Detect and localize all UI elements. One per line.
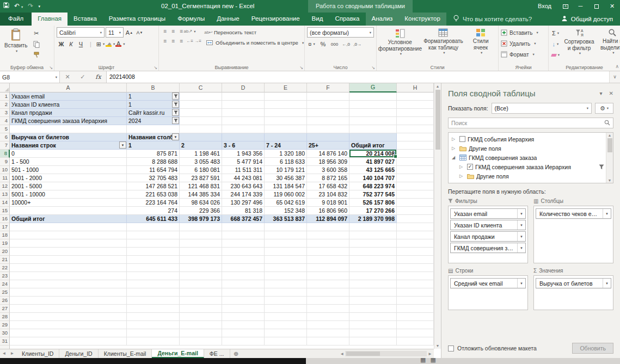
number-dialog-launcher-icon[interactable]: ↘ [371,65,375,70]
expand-formula-bar-icon[interactable]: ∨ [609,71,620,83]
cell-B30[interactable] [127,329,180,337]
row-header-11[interactable]: 11 [0,174,10,182]
cell-D2[interactable] [222,101,265,109]
field-tree-item[interactable]: ▷Другие поля [451,144,604,153]
copy-icon[interactable] [32,39,41,49]
field-tree-item[interactable]: ▷✓ГКМД совершения заказа Иерархия [451,162,604,171]
field-search-input[interactable]: Поиск [448,118,613,128]
cell-E13[interactable]: 119 060 002 [265,190,307,199]
cut-icon[interactable]: ✂ [32,28,41,38]
cell-F19[interactable] [307,239,349,248]
cell-H27[interactable] [397,305,434,313]
percent-style-icon[interactable]: % [318,39,328,49]
cell-D25[interactable] [222,288,265,297]
row-header-18[interactable]: 18 [0,231,10,239]
row-header-20[interactable]: 20 [0,248,10,256]
cell-B13[interactable]: 221 653 038 [127,190,180,199]
cancel-entry-icon[interactable]: ✕ [65,73,70,81]
cell-G14[interactable]: 526 157 806 [349,199,397,207]
row-header-3[interactable]: 3 [0,109,10,117]
cell-B25[interactable] [127,288,180,297]
alignment-dialog-launcher-icon[interactable]: ↘ [299,65,303,70]
cell-F22[interactable] [307,264,349,272]
cell-F1[interactable] [307,92,349,101]
cell-G23[interactable] [349,272,397,280]
cell-D28[interactable] [222,313,265,321]
row-header-4[interactable]: 4 [0,117,10,125]
sheet-nav-left-icon[interactable]: ◄ [0,349,8,358]
row-header-19[interactable]: 19 [0,239,10,248]
row-header-24[interactable]: 24 [0,280,10,288]
cell-C17[interactable] [180,223,222,231]
row-header-7[interactable]: 7 [0,141,10,150]
cell-B26[interactable] [127,297,180,305]
accounting-format-icon[interactable]: ¤▾ [307,39,316,49]
cell-E14[interactable]: 65 042 619 [265,199,307,207]
cell-A25[interactable] [10,288,127,297]
cell-B6[interactable]: Названия столбцов▼ [127,133,180,141]
italic-button[interactable]: К [66,39,76,49]
cell-C30[interactable] [180,329,222,337]
cell-H15[interactable] [397,207,434,215]
qat-customize-icon[interactable]: ▾ [38,0,40,13]
cell-C1[interactable] [180,92,222,101]
cell-H18[interactable] [397,231,434,239]
cell-C9[interactable]: 3 055 483 [180,158,222,166]
cell-H11[interactable] [397,174,434,182]
cell-F30[interactable] [307,329,349,337]
align-left-icon[interactable]: ≡ [161,37,169,45]
decrease-indent-icon[interactable]: ←≡ [186,37,194,45]
cell-D1[interactable] [222,92,265,101]
field-tree-item[interactable]: ▷ГКМД события Иерархия [451,134,604,144]
row-header-16[interactable]: 16 [0,215,10,223]
cell-F27[interactable] [307,305,349,313]
cell-E4[interactable] [265,117,307,125]
cell-G28[interactable] [349,313,397,321]
field-pill[interactable]: Канал продажи▼ [450,231,526,242]
sign-in-button[interactable]: Вход [531,0,558,13]
cell-C18[interactable] [180,231,222,239]
expander-icon[interactable]: ◢ [452,155,457,160]
cell-D24[interactable] [222,280,265,288]
share-button[interactable]: Общий доступ [554,13,620,26]
pane-close-icon[interactable]: ✕ [609,90,613,96]
cell-F16[interactable]: 112 894 097 [307,215,349,223]
field-checkbox[interactable] [459,136,465,142]
cell-G16[interactable]: 2 189 370 998 [349,215,397,223]
cell-B4[interactable]: 2024 [127,117,180,125]
cell-D19[interactable] [222,239,265,248]
cell-G29[interactable] [349,321,397,329]
name-box-dropdown-icon[interactable]: ▾ [56,75,57,79]
cell-G17[interactable] [349,223,397,231]
cell-B8[interactable]: 875 871 [127,150,180,158]
cell-A22[interactable] [10,264,127,272]
page-layout-view-icon[interactable]: ▦ [430,356,435,363]
row-header-5[interactable]: 5 [0,125,10,133]
paste-button[interactable]: Вставить ▾ [2,27,29,63]
ribbon-tab-Главная[interactable]: Главная [32,13,67,26]
cell-E31[interactable] [265,337,307,346]
clear-icon[interactable]: ▾ [551,50,560,60]
cell-E19[interactable] [265,239,307,248]
cell-B7[interactable]: 1 [127,141,180,150]
tree-scroll-up-icon[interactable]: ▲ [608,133,612,137]
tools-gear-button[interactable]: ⚙▾ [595,103,613,114]
dropdown-icon[interactable]: ▼ [517,243,525,252]
cell-D3[interactable] [222,109,265,117]
update-button[interactable]: Обновить [572,343,613,354]
cell-H13[interactable] [397,190,434,199]
cell-D18[interactable] [222,231,265,239]
cell-A5[interactable] [10,125,127,133]
cell-D16[interactable]: 668 372 457 [222,215,265,223]
cell-A6[interactable]: Выручка от билетов [10,133,127,141]
row-header-9[interactable]: 9 [0,158,10,166]
cell-F29[interactable] [307,321,349,329]
cell-A3[interactable]: Канал продажи [10,109,127,117]
cell-A1[interactable]: Указан email [10,92,127,101]
row-header-6[interactable]: 6 [0,133,10,141]
select-all-corner[interactable] [0,83,10,92]
cell-H7[interactable] [397,141,434,150]
cell-G1[interactable] [349,92,397,101]
cell-E7[interactable]: 7 - 24 [265,141,307,150]
cell-F28[interactable] [307,313,349,321]
